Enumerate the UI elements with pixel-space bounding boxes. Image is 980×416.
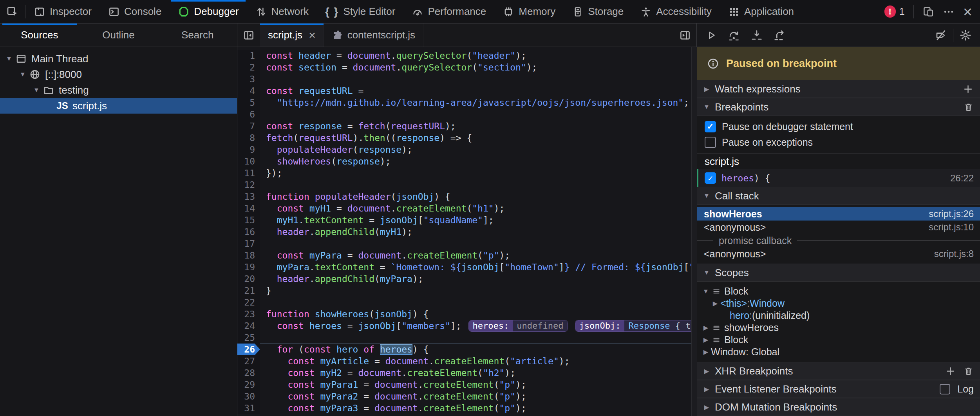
code-line-5[interactable]: 5 "https://mdn.github.io/learning-area/j… — [237, 97, 691, 109]
tab-network[interactable]: Network — [247, 0, 317, 23]
line-number[interactable]: 9 — [237, 144, 260, 156]
collapse-debugger-panel-button[interactable] — [674, 24, 696, 47]
line-number[interactable]: 31 — [237, 402, 260, 414]
line-number[interactable]: 3 — [237, 73, 260, 85]
resume-button[interactable] — [702, 26, 721, 45]
source-tab-contentscript-js[interactable]: contentscript.js — [324, 24, 423, 47]
chevron-right-icon[interactable]: ▶ — [701, 324, 711, 331]
code-line-31[interactable]: 31 const myPara3 = document.createElemen… — [237, 402, 691, 414]
option-pause-on-debugger-statement[interactable]: ✓Pause on debugger statement — [697, 119, 980, 134]
chevron-right-icon[interactable]: ▶ — [701, 336, 711, 344]
tab-sources[interactable]: Sources — [0, 24, 79, 47]
debugger-settings-button[interactable] — [956, 26, 975, 45]
code-line-2[interactable]: 2const section = document.querySelector(… — [237, 61, 691, 73]
checkbox[interactable]: ✓ — [705, 121, 716, 132]
scope-node[interactable]: hero: (uninitialized) — [697, 309, 980, 322]
line-number[interactable]: 6 — [237, 109, 260, 120]
inline-preview-pill[interactable]: jsonObj:Response { type: "co — [575, 320, 692, 332]
line-number[interactable]: 4 — [237, 85, 260, 97]
close-devtools-button[interactable]: × — [963, 4, 972, 20]
line-number[interactable]: 17 — [237, 238, 260, 250]
tab-debugger[interactable]: Debugger — [170, 0, 247, 23]
code-line-27[interactable]: 27 const myArticle = document.createElem… — [237, 355, 691, 367]
line-number[interactable]: 26 — [237, 344, 260, 355]
remove-xhr-breakpoints-button[interactable] — [963, 366, 974, 376]
code-editor[interactable]: 1const header = document.querySelector("… — [237, 47, 697, 416]
code-line-9[interactable]: 9 populateHeader(response); — [237, 144, 691, 156]
deactivate-breakpoints-button[interactable] — [931, 26, 951, 45]
line-number[interactable]: 30 — [237, 391, 260, 402]
code-line-28[interactable]: 28 const myH2 = document.createElement("… — [237, 367, 691, 379]
scope-node[interactable]: ▶Window: Global — [697, 346, 980, 358]
breakpoints-header[interactable]: ▼ Breakpoints — [697, 98, 980, 116]
code-line-16[interactable]: 16 header.appendChild(myH1); — [237, 226, 691, 238]
chevron-right-icon[interactable]: ▶ — [710, 300, 720, 307]
line-number[interactable]: 16 — [237, 226, 260, 238]
code-line-25[interactable]: 25 — [237, 332, 691, 344]
option-pause-on-exceptions[interactable]: Pause on exceptions — [697, 134, 980, 150]
line-number[interactable]: 15 — [237, 214, 260, 226]
error-count-badge[interactable]: ! 1 — [884, 5, 905, 18]
scope-node[interactable]: ▶showHeroes — [697, 322, 980, 334]
scope-node[interactable]: ▶<this>: Window — [697, 297, 980, 309]
line-number[interactable]: 7 — [237, 120, 260, 132]
tree-item-8000[interactable]: ▼[::]:8000 — [0, 67, 237, 82]
responsive-design-mode-button[interactable] — [922, 6, 934, 18]
inline-preview-pill[interactable]: heroes:undefined — [468, 320, 568, 332]
tab-style-editor[interactable]: { }Style Editor — [317, 0, 404, 23]
chevron-down-icon[interactable]: ▼ — [31, 87, 42, 94]
collapse-sources-panel-button[interactable] — [237, 24, 260, 47]
line-number[interactable]: 21 — [237, 285, 260, 297]
xhr-breakpoints-header[interactable]: ▶ XHR Breakpoints — [697, 362, 980, 380]
line-number[interactable]: 2 — [237, 61, 260, 73]
line-number[interactable]: 24 — [237, 320, 260, 332]
code-line-15[interactable]: 15 myH1.textContent = jsonObj["squadName… — [237, 214, 691, 226]
line-number[interactable]: 14 — [237, 203, 260, 214]
code-line-30[interactable]: 30 const myPara2 = document.createElemen… — [237, 391, 691, 402]
event-listener-breakpoints-header[interactable]: ▶ Event Listener Breakpoints Log — [697, 380, 980, 398]
add-xhr-breakpoint-button[interactable] — [945, 365, 956, 377]
step-over-button[interactable] — [724, 26, 744, 45]
breakpoint-item[interactable]: ✓heroes) {26:22 — [697, 169, 980, 187]
code-line-17[interactable]: 17 — [237, 238, 691, 250]
code-line-23[interactable]: 23function showHeroes(jsonObj) { — [237, 308, 691, 320]
chevron-down-icon[interactable]: ▼ — [4, 55, 14, 62]
tab-application[interactable]: Application — [720, 0, 802, 23]
scope-node[interactable]: ▼Block — [697, 285, 980, 297]
line-number[interactable]: 18 — [237, 250, 260, 261]
chevron-down-icon[interactable]: ▼ — [701, 288, 711, 295]
code-line-13[interactable]: 13function populateHeader(jsonObj) { — [237, 191, 691, 203]
code-line-29[interactable]: 29 const myPara1 = document.createElemen… — [237, 379, 691, 391]
tab-console[interactable]: Console — [100, 0, 170, 23]
code-line-22[interactable]: 22 — [237, 297, 691, 308]
code-line-24[interactable]: 24 const heroes = jsonObj["members"];her… — [237, 320, 691, 332]
code-line-21[interactable]: 21} — [237, 285, 691, 297]
close-tab-icon[interactable]: × — [309, 29, 316, 41]
code-line-18[interactable]: 18 const myPara = document.createElement… — [237, 250, 691, 261]
code-line-3[interactable]: 3 — [237, 73, 691, 85]
tab-outline[interactable]: Outline — [79, 24, 158, 47]
scope-node[interactable]: ▶Block — [697, 334, 980, 346]
tab-storage[interactable]: Storage — [564, 0, 632, 23]
step-in-button[interactable] — [747, 26, 767, 45]
tab-inspector[interactable]: Inspector — [25, 0, 100, 23]
tree-item-script-js[interactable]: JSscript.js — [0, 98, 237, 114]
line-number[interactable]: 8 — [237, 132, 260, 144]
watch-expressions-header[interactable]: ▶ Watch expressions — [697, 80, 980, 98]
step-out-button[interactable] — [770, 26, 789, 45]
code-line-19[interactable]: 19 myPara.textContent = `Hometown: ${jso… — [237, 261, 691, 273]
menu-button[interactable] — [943, 6, 955, 18]
line-number[interactable]: 11 — [237, 167, 260, 179]
line-number[interactable]: 10 — [237, 156, 260, 167]
breakpoint-checkbox[interactable]: ✓ — [705, 172, 716, 184]
element-picker-button[interactable] — [0, 0, 25, 23]
code-line-4[interactable]: 4const requestURL = — [237, 85, 691, 97]
remove-breakpoints-button[interactable] — [963, 102, 974, 112]
tree-item-testing[interactable]: ▼testing — [0, 82, 237, 98]
code-line-6[interactable]: 6 — [237, 109, 691, 120]
call-stack-frame[interactable]: <anonymous>script.js:10 — [697, 221, 980, 234]
code-line-10[interactable]: 10 showHeroes(response); — [237, 156, 691, 167]
line-number[interactable]: 22 — [237, 297, 260, 308]
tab-accessibility[interactable]: Accessibility — [632, 0, 720, 23]
call-stack-frame[interactable]: showHeroesscript.js:26 — [697, 207, 980, 221]
